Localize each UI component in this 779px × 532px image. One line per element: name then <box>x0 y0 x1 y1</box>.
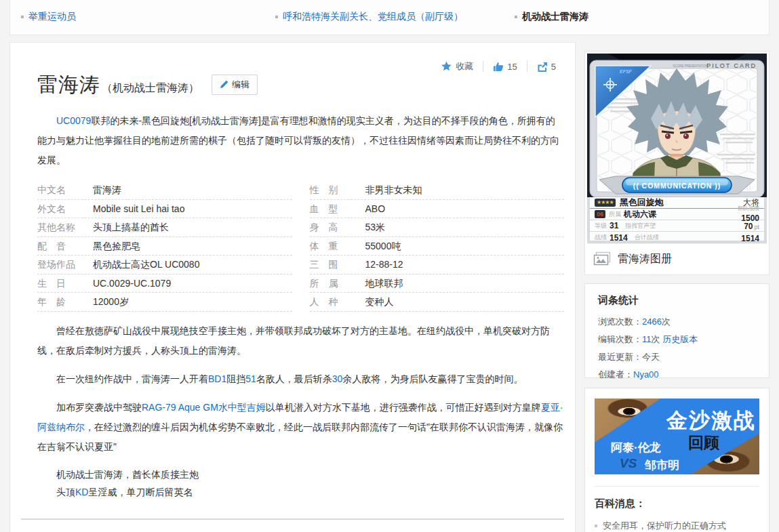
article-panel: 收藏 15 5 雷海涛 （机动战士雷海涛） 编辑 UC0079联邦的未来-黑色回… <box>9 42 576 532</box>
infobox-row: 血 型ABO <box>310 200 565 219</box>
reputation-label: 指挥官声望 <box>625 222 656 230</box>
infobox-label: 年 龄 <box>37 293 93 311</box>
thumb-up-icon <box>493 62 504 72</box>
infobox-value: 雷海涛 <box>93 181 121 199</box>
article-footer: 词条标签： 军事，动画，动漫作品，动漫，漫画 <box>21 518 564 532</box>
infobox-row: 配 音黑色捡肥皂 <box>37 237 292 256</box>
divider <box>483 61 483 72</box>
infobox-value: UC.0029-UC.1079 <box>93 274 171 293</box>
infobox-row: 登场作品机动战士高达OL UC0080 <box>37 255 292 274</box>
entry-statistics-title: 词条统计 <box>598 294 756 307</box>
text-segment: 在一次纽约作战中，雷海涛一人开着 <box>56 373 208 384</box>
star-icon: ★ <box>610 200 614 205</box>
gallery-link[interactable]: 雷海涛图册 <box>587 243 767 272</box>
page-title: 雷海涛 <box>37 71 100 99</box>
stat-line: 最近更新：今天 <box>598 348 756 366</box>
infobox-value: 12000岁 <box>93 293 129 311</box>
inline-link[interactable]: UC0079 <box>56 115 91 126</box>
stat-line: 浏览次数：2466次 <box>598 313 756 331</box>
text-segment: 头顶 <box>56 487 75 497</box>
ad-banner[interactable]: 金沙激战 回顾 阿泰·伦龙 VS 邹市明 <box>595 398 759 474</box>
infobox-label: 三 围 <box>310 255 365 274</box>
inline-link[interactable]: 历史版本 <box>662 334 698 344</box>
promo-news-box: 金沙激战 回顾 阿泰·伦龙 VS 邹市明 百科消息： 安全用耳，保护听力的正确方… <box>584 388 770 532</box>
unit-badge: 06 <box>595 210 605 218</box>
infobox-row: 其他名称头顶上搞基的酋长 <box>37 218 292 237</box>
inline-link[interactable]: 51 <box>245 373 256 384</box>
text-segment: 机动战士雷海涛，酋长体质接主炮 <box>56 469 199 480</box>
disambiguation-item[interactable]: 举重运动员 <box>21 11 76 23</box>
level-label: 等级 <box>595 222 607 230</box>
infobox-label: 生 日 <box>37 274 93 293</box>
text-segment: ，在经过激烈的缠斗后因为机体劣势不幸败北，经此一战后联邦内部流传了一句话"在联邦… <box>37 422 563 452</box>
infobox-value: Mobile suit Lei hai tao <box>93 200 184 218</box>
squad-score-label: 部队战绩 <box>738 206 759 211</box>
disambiguation-link[interactable]: 举重运动员 <box>28 11 76 23</box>
infobox-row: 体 重55000吨 <box>310 237 565 256</box>
pencil-icon <box>220 80 228 89</box>
inline-link[interactable]: 2466 <box>642 316 662 327</box>
infobox-row: 性 别非男非女未知 <box>310 181 565 200</box>
pilot-card-art: SCORE PRESENTATION PILOT CARD EFSF <box>587 54 767 197</box>
page-subtitle: （机动战士雷海涛） <box>102 81 199 96</box>
article-paragraph: 加布罗突袭战中驾驶RAG-79 Aque GM水中型吉姆以单机潜入对方水下基地，… <box>37 398 564 457</box>
infobox-label: 所 属 <box>310 274 365 293</box>
news-item-label: 安全用耳，保护听力的正确方式 <box>603 520 726 532</box>
inline-link[interactable]: BD1 <box>208 373 226 384</box>
divider <box>527 61 527 72</box>
infobox-value: 地球联邦 <box>365 274 403 293</box>
article-paragraph: 机动战士雷海涛，酋长体质接主炮 <box>37 466 564 483</box>
level-value: 31 <box>610 221 618 230</box>
text-segment: 编辑次数： <box>598 334 642 344</box>
text-segment: 今天 <box>642 352 660 362</box>
divider <box>595 486 759 487</box>
star-icon <box>441 61 452 72</box>
like-button[interactable]: 15 <box>493 62 517 72</box>
text-segment: 以单机潜入对方水下基地，进行强袭作战，可惜正好遇到对方皇牌 <box>266 402 541 413</box>
infobox-label: 人 种 <box>310 293 365 311</box>
efsf-emblem-label: EFSF <box>620 69 633 74</box>
entry-statistics-box: 词条统计 浏览次数：2466次编辑次数：11次 历史版本最近更新：今天创建者：N… <box>584 283 770 378</box>
score-label: 战绩 <box>595 233 607 242</box>
favorite-button[interactable]: 收藏 <box>441 60 473 73</box>
disambiguation-current-label: 机动战士雷海涛 <box>522 11 588 23</box>
disambiguation-item[interactable]: 呼和浩特海关副关长、党组成员（副厅级） <box>275 11 463 23</box>
text-segment: 名敌人，最后斩杀 <box>256 373 332 384</box>
inline-link[interactable]: 11 <box>642 334 652 344</box>
infobox-row: 生 日UC.0029-UC.1079 <box>37 274 292 293</box>
article-actions: 收藏 15 5 <box>441 60 556 73</box>
infobox-right-column: 性 别非男非女未知血 型ABO身 高53米体 重55000吨三 围12-88-1… <box>310 181 565 312</box>
infobox-row: 中文名雷海涛 <box>37 181 292 200</box>
infobox-row: 人 种变种人 <box>310 293 565 312</box>
infobox-label: 其他名称 <box>37 218 93 237</box>
entry-statistics-list: 浏览次数：2466次编辑次数：11次 历史版本最近更新：今天创建者：Nya00 <box>598 313 756 384</box>
reputation: 70pt <box>744 220 759 231</box>
total-score-label: 合计战绩 <box>635 233 659 242</box>
pilot-unit-row: 06 所属 机动六课 部队战绩 1500 <box>590 209 764 220</box>
news-item[interactable]: 安全用耳，保护听力的正确方式 <box>595 520 759 532</box>
inline-link[interactable]: Nya00 <box>633 369 659 380</box>
disambiguation-item-current: 机动战士雷海涛 <box>515 11 588 23</box>
text-segment: 呈淫威，单刀断后留英名 <box>88 487 193 497</box>
ad-fighter1: 阿泰·伦龙 <box>611 440 661 455</box>
edit-button[interactable]: 编辑 <box>212 75 258 95</box>
inline-link[interactable]: KD <box>75 487 88 497</box>
inline-link[interactable]: 30 <box>332 373 343 384</box>
pilot-card-image[interactable]: SCORE PRESENTATION PILOT CARD EFSF <box>587 54 767 243</box>
infobox-row: 所 属地球联邦 <box>310 274 565 293</box>
infobox-left-column: 中文名雷海涛外文名Mobile suit Lei hai tao其他名称头顶上搞… <box>37 181 292 312</box>
inline-link[interactable]: RAG-79 Aque GM水中型吉姆 <box>142 402 266 413</box>
ad-title: 金沙激战 <box>666 407 756 435</box>
disambiguation-link[interactable]: 呼和浩特海关副关长、党组成员（副厅级） <box>283 11 463 23</box>
gallery-card-box: SCORE PRESENTATION PILOT CARD EFSF <box>584 51 770 275</box>
ad-fighter2: 邹市明 <box>645 457 679 473</box>
rank-stars-badge: ★★★★ <box>595 199 616 207</box>
infobox-row: 年 龄12000岁 <box>37 293 292 312</box>
infobox-label: 配 音 <box>37 237 93 255</box>
article-paragraph: 头顶KD呈淫威，单刀断后留英名 <box>37 483 564 501</box>
infobox-value: 头顶上搞基的酋长 <box>93 218 169 237</box>
share-button[interactable]: 5 <box>537 62 556 72</box>
infobox: 中文名雷海涛外文名Mobile suit Lei hai tao其他名称头顶上搞… <box>37 181 564 312</box>
favorite-label: 收藏 <box>456 60 473 73</box>
article-body: 曾经在敖德萨矿山战役中展现绝技空手接主炮，并带领联邦成功破坏了对方的主基地。在纽… <box>37 321 564 501</box>
